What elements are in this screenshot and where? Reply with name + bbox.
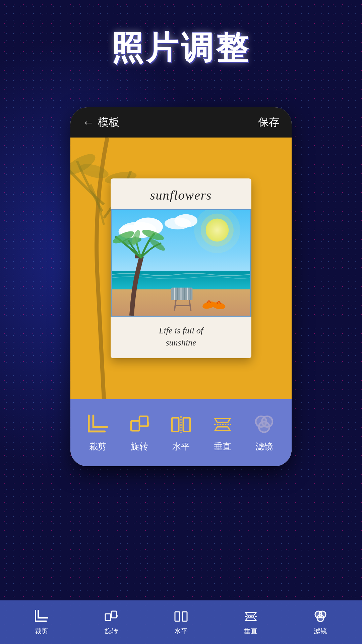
svg-rect-43 [175, 612, 180, 621]
nav-vertical-label: 垂直 [244, 627, 257, 636]
svg-rect-34 [172, 418, 179, 431]
phone-mockup: ← 模板 保存 su [70, 107, 292, 466]
back-arrow-icon: ← [82, 115, 95, 129]
phone-topbar: ← 模板 保存 [70, 107, 292, 138]
nav-crop-item[interactable]: 裁剪 [7, 609, 76, 636]
photo-card: sunflowers [111, 178, 251, 359]
back-button[interactable]: ← 模板 [82, 115, 119, 130]
toolbar-filter-item[interactable]: 滤镜 [243, 413, 285, 452]
phone-frame: ← 模板 保存 su [70, 107, 292, 466]
beach-scene-svg [112, 210, 250, 316]
svg-rect-35 [183, 418, 190, 431]
nav-horizontal-label: 水平 [174, 627, 188, 636]
vertical-label: 垂直 [214, 441, 231, 452]
nav-horizontal-item[interactable]: 水平 [146, 609, 216, 636]
card-area: sunflowers [70, 138, 292, 399]
card-title: sunflowers [111, 178, 251, 209]
crop-label: 裁剪 [89, 441, 107, 452]
filter-icon [253, 413, 276, 436]
svg-point-11 [174, 214, 197, 227]
card-subtitle: Life is full ofsunshine [111, 317, 251, 359]
nav-crop-label: 裁剪 [35, 627, 48, 636]
nav-rotate-label: 旋转 [105, 627, 118, 636]
topbar-back-label: 模板 [98, 115, 119, 130]
nav-horizontal-icon [174, 609, 188, 624]
toolbar-crop-item[interactable]: 裁剪 [77, 413, 119, 452]
nav-filter-icon [313, 609, 328, 624]
rotate-icon [128, 413, 151, 436]
save-button[interactable]: 保存 [258, 115, 280, 130]
bottom-nav: 裁剪 旋转 水平 [0, 600, 362, 644]
nav-filter-label: 滤镜 [314, 627, 327, 636]
svg-point-49 [317, 615, 324, 622]
svg-rect-44 [182, 612, 187, 621]
horizontal-label: 水平 [172, 441, 190, 452]
nav-crop-icon [34, 609, 49, 624]
nav-rotate-item[interactable]: 旋转 [76, 609, 146, 636]
toolbar-rotate-item[interactable]: 旋转 [119, 413, 160, 452]
nav-rotate-icon [104, 609, 119, 624]
card-image [111, 209, 251, 317]
crop-icon [86, 413, 109, 436]
vertical-icon [211, 413, 234, 436]
nav-vertical-icon [243, 609, 258, 624]
toolbar-vertical-item[interactable]: 垂直 [202, 413, 243, 452]
svg-rect-32 [131, 421, 139, 430]
toolbar: 裁剪 旋转 [70, 399, 292, 466]
toolbar-horizontal-item[interactable]: 水平 [160, 413, 202, 452]
svg-rect-41 [105, 614, 111, 621]
filter-label: 滤镜 [255, 441, 273, 452]
rotate-label: 旋转 [131, 441, 148, 452]
page-title: 照片调整 [0, 27, 362, 70]
horizontal-icon [170, 413, 192, 436]
nav-filter-item[interactable]: 滤镜 [286, 609, 355, 636]
svg-rect-33 [139, 416, 148, 426]
nav-vertical-item[interactable]: 垂直 [216, 609, 286, 636]
svg-point-40 [259, 421, 269, 432]
svg-rect-42 [111, 611, 117, 618]
